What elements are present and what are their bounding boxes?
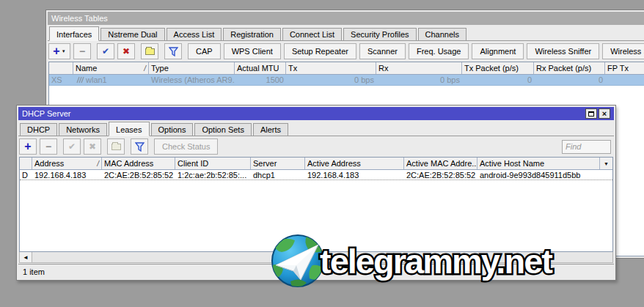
cell-rx: 0 bps	[376, 75, 462, 84]
col-actual-mtu[interactable]: Actual MTU	[235, 62, 286, 74]
filter-button[interactable]	[164, 43, 182, 59]
tab-security-profiles[interactable]: Security Profiles	[343, 28, 416, 40]
tab-channels[interactable]: Channels	[418, 28, 466, 40]
find-input[interactable]	[562, 140, 611, 154]
tab-nstreme-dual[interactable]: Nstreme Dual	[100, 28, 164, 40]
comment-button[interactable]	[141, 43, 158, 59]
scanner-button[interactable]: Scanner	[359, 43, 406, 59]
check-icon: ✔	[68, 142, 76, 151]
col-fp-tx[interactable]: FP Tx	[605, 62, 644, 74]
col-type[interactable]: Type	[149, 62, 235, 74]
caret-down-icon: ▼	[62, 49, 66, 53]
tab-option-sets[interactable]: Option Sets	[194, 123, 251, 136]
col-tx-packet[interactable]: Tx Packet (p/s)	[462, 62, 534, 74]
remove-lease-button[interactable]: −	[40, 138, 57, 155]
tab-options[interactable]: Options	[151, 123, 194, 136]
col-flags[interactable]	[49, 62, 73, 74]
tab-interfaces[interactable]: Interfaces	[49, 26, 99, 41]
tab-leases[interactable]: Leases	[109, 122, 149, 136]
wireless-table-header: Name / Type Actual MTU Tx Rx Tx Packet (…	[49, 62, 644, 75]
tab-alerts[interactable]: Alerts	[253, 123, 288, 136]
disable-lease-button[interactable]: ✖	[84, 138, 101, 155]
cap-button[interactable]: CAP	[188, 43, 221, 59]
cell-client-id: 1:2c:ae:2b:52:85:...	[175, 171, 251, 180]
lease-row[interactable]: D 192.168.4.183 2C:AE:2B:52:85:52 1:2c:a…	[20, 170, 612, 180]
scroll-left-button[interactable]: ◄	[20, 252, 32, 262]
sort-ascending-icon: /	[142, 64, 146, 73]
check-status-button[interactable]: Check Status	[154, 138, 218, 155]
close-button[interactable]: ×	[599, 108, 610, 119]
dhcp-statusbar: 1 item	[18, 264, 614, 278]
wireless-sniffer-button[interactable]: Wireless Sniffer	[527, 43, 599, 59]
cell-tx: 0 bps	[286, 75, 376, 84]
cell-tx-packet: 0	[462, 75, 534, 84]
wireless-titlebar[interactable]: Wireless Tables	[48, 12, 644, 25]
col-rx[interactable]: Rx	[376, 62, 462, 74]
alignment-button[interactable]: Alignment	[472, 43, 524, 59]
add-button[interactable]: + ▼	[48, 43, 70, 59]
add-lease-button[interactable]: +	[19, 138, 37, 155]
maximize-button[interactable]	[585, 108, 597, 119]
check-icon: ✔	[102, 47, 109, 56]
wireless-row-wlan1[interactable]: XS wlan1 Wireless (Atheros AR9... 1500 0…	[49, 75, 644, 86]
col-active-host-name[interactable]: Active Host Name	[477, 158, 599, 169]
cell-flags: XS	[49, 75, 73, 84]
setup-repeater-button[interactable]: Setup Repeater	[284, 43, 356, 59]
comment-lease-button[interactable]	[107, 138, 125, 155]
enable-lease-button[interactable]: ✔	[63, 138, 81, 155]
funnel-icon	[169, 47, 178, 56]
cell-active-mac: 2C:AE:2B:52:85:52	[404, 171, 477, 180]
cross-icon: ✖	[122, 47, 130, 56]
folder-icon	[145, 48, 155, 55]
cell-name: wlan1	[73, 75, 149, 84]
col-name-label: Name	[76, 64, 97, 73]
funnel-icon	[135, 142, 144, 152]
wireless-snoop-button[interactable]: Wireless Snoop	[602, 43, 644, 59]
tab-access-list[interactable]: Access List	[167, 28, 222, 40]
col-flags[interactable]	[20, 158, 32, 169]
wireless-title: Wireless Tables	[51, 14, 644, 23]
col-active-address[interactable]: Active Address	[305, 158, 404, 169]
sort-ascending-icon: /	[95, 160, 99, 168]
plus-icon: +	[24, 141, 31, 152]
column-select-icon: ▼	[604, 161, 609, 166]
cell-address: 192.168.4.183	[32, 171, 102, 180]
col-mac-address[interactable]: MAC Address	[102, 158, 175, 169]
horizontal-scrollbar[interactable]: ◄	[19, 252, 613, 263]
cell-mac-address: 2C:AE:2B:52:85:52	[102, 171, 175, 180]
freq-usage-button[interactable]: Freq. Usage	[409, 43, 469, 59]
scroll-left-icon: ◄	[23, 254, 29, 261]
wireless-toolbar: + ▼ − ✔ ✖ CAP WPS Client Setup Repeater …	[48, 41, 644, 62]
dhcp-title: DHCP Server	[22, 109, 584, 118]
tab-connect-list[interactable]: Connect List	[282, 28, 342, 40]
cell-type: Wireless (Atheros AR9...	[149, 75, 235, 84]
cell-rx-packet: 0	[534, 75, 605, 84]
col-active-mac[interactable]: Active MAC Addre...	[404, 158, 477, 169]
remove-button[interactable]: −	[73, 43, 91, 59]
tab-networks[interactable]: Networks	[59, 123, 107, 136]
col-server[interactable]: Server	[251, 158, 305, 169]
col-name[interactable]: Name /	[73, 62, 149, 74]
filter-lease-button[interactable]	[131, 138, 148, 155]
cell-actual-mtu: 1500	[235, 75, 286, 84]
enable-button[interactable]: ✔	[97, 43, 114, 59]
plus-icon: +	[53, 45, 59, 57]
col-address[interactable]: Address /	[32, 158, 102, 169]
minus-icon: −	[45, 141, 51, 152]
maximize-icon	[588, 111, 594, 116]
col-rx-packet[interactable]: Rx Packet (p/s)	[534, 62, 605, 74]
item-count: 1 item	[23, 267, 45, 276]
wireless-tabstrip: Interfaces Nstreme Dual Access List Regi…	[48, 25, 644, 41]
cross-icon: ✖	[89, 142, 96, 151]
column-select-button[interactable]: ▼	[599, 158, 612, 169]
cell-server: dhcp1	[251, 171, 305, 180]
wps-client-button[interactable]: WPS Client	[224, 43, 281, 59]
tab-dhcp[interactable]: DHCP	[20, 123, 57, 136]
dhcp-toolbar: + − ✔ ✖ Check Status	[18, 136, 614, 157]
dhcp-titlebar[interactable]: DHCP Server ×	[18, 107, 614, 120]
cell-active-host-name: android-9e993d845911d5bb	[477, 171, 612, 180]
disable-button[interactable]: ✖	[117, 43, 135, 59]
col-tx[interactable]: Tx	[286, 62, 376, 74]
tab-registration[interactable]: Registration	[223, 28, 281, 40]
col-client-id[interactable]: Client ID	[175, 158, 251, 169]
